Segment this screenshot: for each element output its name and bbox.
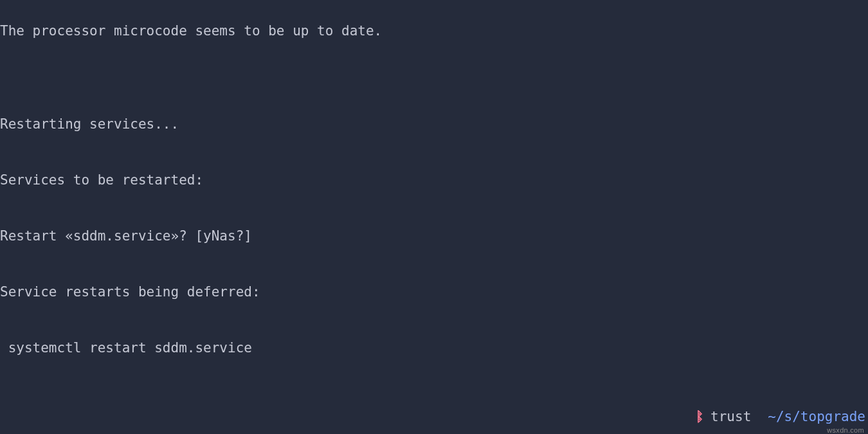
watermark-text: wsxdn.com bbox=[827, 426, 864, 434]
terminal-output[interactable]: The processor microcode seems to be up t… bbox=[0, 0, 868, 434]
prompt-right-status: ᛔ trust ~/s/topgrade bbox=[696, 408, 865, 426]
output-line: Restarting services... bbox=[0, 115, 868, 134]
output-line: Service restarts being deferred: bbox=[0, 283, 868, 302]
cwd-path: ~/s/topgrade bbox=[768, 408, 865, 426]
output-line: Restart «sddm.service»? [yNas?] bbox=[0, 227, 868, 246]
git-branch-icon: ᛔ bbox=[696, 408, 704, 426]
output-line: Services to be restarted: bbox=[0, 171, 868, 190]
output-line: The processor microcode seems to be up t… bbox=[0, 22, 868, 41]
output-line: systemctl restart sddm.service bbox=[0, 339, 868, 357]
git-branch-name: trust bbox=[710, 408, 751, 426]
